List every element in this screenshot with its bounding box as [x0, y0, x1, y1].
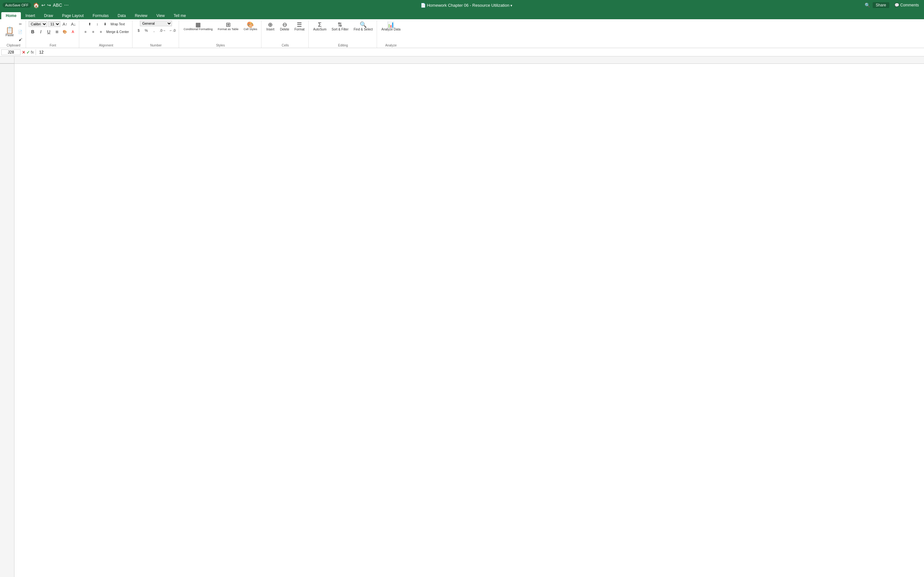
row-numbers: [0, 64, 15, 577]
decrease-font-button[interactable]: A↓: [69, 21, 77, 27]
tab-formulas[interactable]: Formulas: [88, 12, 113, 19]
analyze-data-icon: 📊: [387, 22, 394, 27]
home-icon[interactable]: 🏠: [33, 2, 39, 8]
format-as-table-label: Format as Table: [218, 27, 238, 31]
insert-button[interactable]: ⊕ Insert: [264, 21, 277, 32]
analyze-group: 📊 Analyze Data Analyze: [378, 21, 404, 48]
font-name-select[interactable]: Calibri (Body): [29, 21, 47, 27]
align-top-button[interactable]: ⬆: [86, 21, 93, 27]
tab-page-layout[interactable]: Page Layout: [57, 12, 88, 19]
more-commands-icon[interactable]: ⋯: [64, 3, 69, 8]
fill-color-button[interactable]: 🎨: [61, 28, 68, 35]
align-bottom-button[interactable]: ⬇: [102, 21, 108, 27]
find-select-icon: 🔍: [360, 22, 367, 27]
align-middle-button[interactable]: ↕: [94, 21, 101, 27]
font-color-button[interactable]: A: [69, 28, 76, 35]
comma-button[interactable]: ,: [150, 27, 158, 34]
sort-filter-button[interactable]: ⇅ Sort & Filter: [330, 21, 351, 32]
wrap-text-button[interactable]: Wrap Text: [109, 21, 126, 27]
conditional-formatting-button[interactable]: ▦ Conditional Formatting: [182, 21, 215, 32]
tab-draw[interactable]: Draw: [39, 12, 57, 19]
align-left-button[interactable]: ≡: [82, 28, 89, 35]
tab-data[interactable]: Data: [113, 12, 130, 19]
tab-view[interactable]: View: [152, 12, 170, 19]
analyze-data-button[interactable]: 📊 Analyze Data: [380, 21, 402, 32]
document-title: 📄 Homework Chapter 06 - Resource Utiliza…: [69, 3, 865, 8]
undo-icon[interactable]: ↩: [41, 3, 45, 8]
format-as-table-button[interactable]: ⊞ Format as Table: [216, 21, 240, 32]
alignment-group: ⬆ ↕ ⬇ Wrap Text ≡ ≡ ≡ Merge & Center Ali…: [80, 21, 132, 48]
font-size-select[interactable]: 11 12: [48, 21, 60, 27]
align-right-button[interactable]: ≡: [97, 28, 104, 35]
file-icon: 📄: [421, 3, 426, 8]
number-group: General $ % , .0→ ←.0 Number: [133, 21, 179, 48]
cell-styles-label: Cell Styles: [244, 27, 257, 31]
title-bar-left: AutoSave OFF 🏠 ↩ ↪ ABC ⋯: [3, 2, 69, 8]
search-icon[interactable]: 🔍: [865, 3, 870, 8]
find-select-button[interactable]: 🔍 Find & Select: [352, 21, 375, 32]
styles-label: Styles: [216, 43, 225, 47]
spellcheck-icon[interactable]: ABC: [53, 3, 62, 8]
paste-label: Paste: [5, 33, 14, 37]
autosum-button[interactable]: Σ AutoSum: [311, 21, 328, 32]
border-button[interactable]: ⊞: [53, 28, 60, 35]
analyze-label: Analyze: [385, 43, 397, 47]
comments-button[interactable]: 💬 Comments: [892, 2, 921, 8]
cells-label: Cells: [282, 43, 289, 47]
number-label: Number: [150, 43, 162, 47]
merge-center-button[interactable]: Merge & Center: [105, 28, 130, 35]
cell-styles-button[interactable]: 🎨 Cell Styles: [242, 21, 259, 32]
editing-label: Editing: [338, 43, 348, 47]
format-icon: ☰: [297, 22, 302, 27]
delete-icon: ⊖: [282, 22, 287, 27]
tab-insert[interactable]: Insert: [21, 12, 39, 19]
delete-label: Delete: [280, 27, 289, 31]
sort-filter-label: Sort & Filter: [331, 27, 349, 31]
cell-reference-input[interactable]: J28: [1, 49, 21, 55]
editing-group: Σ AutoSum ⇅ Sort & Filter 🔍 Find & Selec…: [309, 21, 376, 48]
spreadsheet-grid[interactable]: [15, 64, 924, 577]
tab-review[interactable]: Review: [130, 12, 152, 19]
clipboard-row: 📋 Paste ✂ 📄 🖌: [3, 21, 24, 43]
increase-decimal-button[interactable]: .0→: [158, 27, 167, 34]
insert-function-icon[interactable]: fx: [31, 50, 34, 55]
formula-bar: J28 ✕ ✓ fx 12: [0, 48, 924, 56]
cut-button[interactable]: ✂: [17, 21, 24, 27]
format-button[interactable]: ☰ Format: [292, 21, 307, 32]
italic-button[interactable]: I: [37, 28, 44, 35]
redo-icon[interactable]: ↪: [47, 3, 51, 8]
formula-bar-separator: [36, 49, 36, 55]
percent-button[interactable]: %: [143, 27, 150, 34]
font-group: Calibri (Body) 11 12 A↑ A↓ B I U ⊞ 🎨 A F…: [27, 21, 79, 48]
formula-input[interactable]: 12: [38, 50, 923, 55]
styles-group: ▦ Conditional Formatting ⊞ Format as Tab…: [180, 21, 261, 48]
decrease-decimal-button[interactable]: ←.0: [168, 27, 177, 34]
confirm-formula-icon[interactable]: ✓: [26, 50, 30, 55]
number-format-select[interactable]: General: [140, 21, 172, 26]
autosave-toggle[interactable]: AutoSave OFF: [3, 3, 31, 8]
autosum-label: AutoSum: [313, 27, 326, 31]
conditional-formatting-icon: ▦: [195, 22, 201, 27]
delete-button[interactable]: ⊖ Delete: [278, 21, 291, 32]
main-content: ◀ ▶ Problem 1 Problem 2 +: [0, 56, 924, 577]
copy-button[interactable]: 📄: [17, 28, 24, 35]
autosum-icon: Σ: [318, 22, 321, 27]
ribbon-tabs: Home Insert Draw Page Layout Formulas Da…: [0, 10, 924, 19]
insert-label: Insert: [266, 27, 274, 31]
formula-icons: ✕ ✓ fx: [22, 50, 34, 55]
underline-button[interactable]: U: [45, 28, 52, 35]
analyze-data-label: Analyze Data: [381, 27, 401, 31]
tab-tell-me[interactable]: Tell me: [169, 12, 190, 19]
currency-button[interactable]: $: [135, 27, 142, 34]
share-button[interactable]: Share: [873, 2, 889, 8]
column-header-row: [0, 56, 924, 64]
paste-button[interactable]: 📋 Paste: [3, 26, 16, 38]
increase-font-button[interactable]: A↑: [61, 21, 69, 27]
cancel-formula-icon[interactable]: ✕: [22, 50, 26, 55]
bold-button[interactable]: B: [29, 28, 36, 35]
tab-home[interactable]: Home: [1, 12, 21, 19]
title-dropdown-icon[interactable]: ▾: [510, 3, 512, 7]
format-painter-button[interactable]: 🖌: [17, 36, 24, 43]
format-label: Format: [294, 27, 305, 31]
align-center-button[interactable]: ≡: [89, 28, 97, 35]
